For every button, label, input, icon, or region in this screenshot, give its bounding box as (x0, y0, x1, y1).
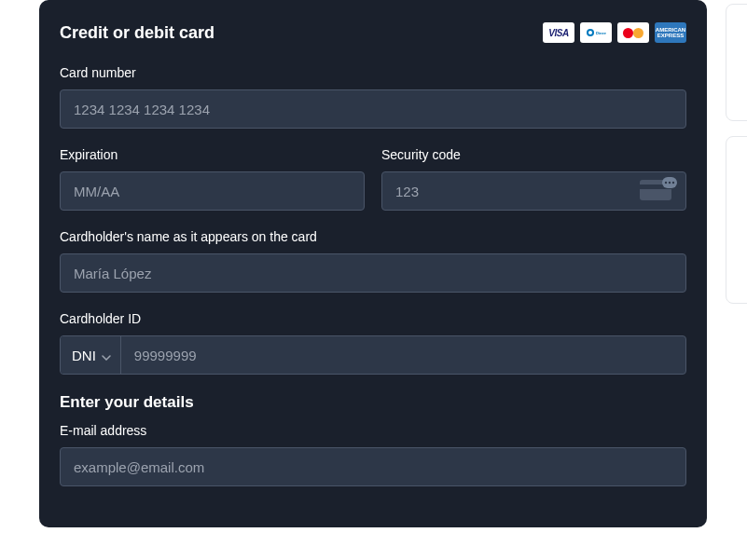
panel-header: Credit or debit card VISA Diners AMERICA… (60, 22, 686, 43)
id-type-selected: DNI (72, 348, 96, 363)
cardholder-id-label: Cardholder ID (60, 311, 686, 326)
expiration-input[interactable] (60, 171, 365, 211)
details-section-title: Enter your details (60, 393, 686, 412)
cardholder-name-group: Cardholder's name as it appears on the c… (60, 229, 686, 293)
svg-text:Diners: Diners (596, 31, 606, 35)
card-brands-row: VISA Diners AMERICAN EXPRESS (543, 22, 686, 43)
visa-icon: VISA (543, 22, 574, 43)
cardholder-name-input[interactable] (60, 253, 686, 293)
security-code-input[interactable] (381, 171, 686, 211)
payment-form-panel: Credit or debit card VISA Diners AMERICA… (39, 0, 707, 527)
card-number-label: Card number (60, 65, 686, 80)
email-input[interactable] (60, 447, 686, 486)
email-label: E-mail address (60, 423, 686, 438)
card-number-group: Card number (60, 65, 686, 129)
card-number-input[interactable] (60, 89, 686, 129)
security-code-group: Security code (381, 147, 686, 211)
cardholder-id-input[interactable] (121, 336, 685, 374)
side-card-2 (726, 136, 747, 304)
amex-icon: AMERICAN EXPRESS (655, 22, 686, 43)
panel-title: Credit or debit card (60, 23, 214, 43)
chevron-down-icon (102, 348, 111, 363)
expiration-label: Expiration (60, 147, 365, 162)
security-code-label: Security code (381, 147, 686, 162)
mastercard-icon (617, 22, 649, 43)
cardholder-id-group: Cardholder ID DNI (60, 311, 686, 375)
expiration-group: Expiration (60, 147, 365, 211)
id-type-select[interactable]: DNI (61, 336, 121, 374)
cardholder-name-label: Cardholder's name as it appears on the c… (60, 229, 686, 244)
side-card-1 (726, 4, 747, 121)
diners-icon: Diners (580, 22, 612, 43)
email-group: E-mail address (60, 423, 686, 486)
